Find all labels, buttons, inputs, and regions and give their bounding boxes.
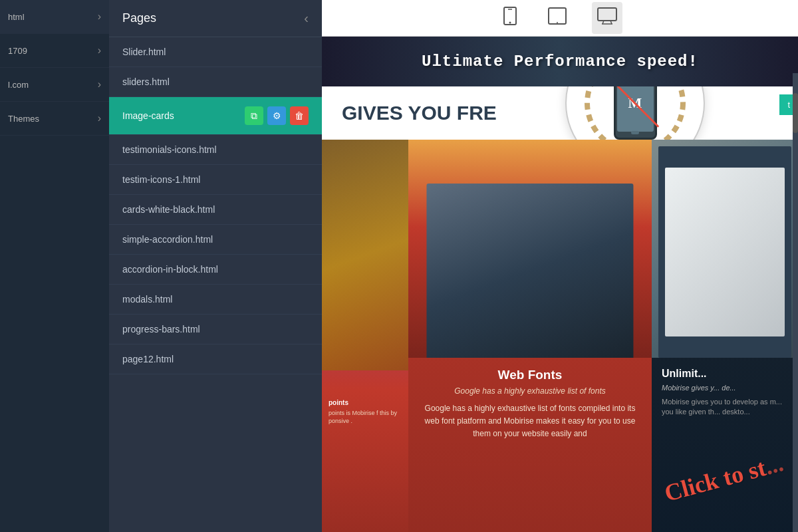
phone-circle: M xyxy=(565,86,705,140)
device-toolbar xyxy=(322,0,798,37)
unlimited-title: Unlimit... xyxy=(662,368,788,380)
page-item-label: progress-bars.html xyxy=(122,324,200,334)
desktop-device-button[interactable] xyxy=(592,2,622,34)
gives-title: GIVES YOU FRE xyxy=(342,102,497,124)
page-item-progress[interactable]: progress-bars.html xyxy=(109,315,322,344)
chevron-right-icon: › xyxy=(98,11,101,23)
pages-panel: Pages ‹ Slider.html sliders.html Image-c… xyxy=(109,0,322,532)
unlimited-body: Mobirise gives you to develop as m... yo… xyxy=(662,397,788,418)
sidebar: html › 1709 › l.com › Themes › xyxy=(0,0,109,532)
preview-container: Ultimate Performance speed! GIVES YOU FR… xyxy=(322,37,798,532)
settings-button[interactable]: ⚙ xyxy=(267,106,286,125)
svg-point-1 xyxy=(509,22,511,24)
web-fonts-body: Google has a highly exhaustive list of f… xyxy=(422,402,638,441)
copy-icon: ⧉ xyxy=(251,110,257,122)
trash-icon: 🗑 xyxy=(295,110,304,121)
page-item-label: sliders.html xyxy=(122,76,170,87)
web-fonts-subtitle: Google has a highly exhaustive list of f… xyxy=(422,386,638,396)
banner-title: Ultimate Performance speed! xyxy=(422,53,698,70)
page-item-simple-accordion[interactable]: simple-accordion.html xyxy=(109,225,322,255)
sidebar-item-html-label: html xyxy=(8,12,25,22)
sidebar-item-1709-label: 1709 xyxy=(8,46,27,56)
page-item-label: testimonials-icons.html xyxy=(122,144,217,155)
sidebar-item-themes[interactable]: Themes › xyxy=(0,102,109,136)
pages-header: Pages ‹ xyxy=(109,0,322,37)
sidebar-item-lcom[interactable]: l.com › xyxy=(0,68,109,102)
chevron-right-icon: › xyxy=(98,78,101,90)
close-icon[interactable]: ‹ xyxy=(304,11,309,26)
page-item-testimonials[interactable]: testimonials-icons.html xyxy=(109,135,322,165)
page-item-label: cards-white-black.html xyxy=(122,204,215,215)
page-item-label: Slider.html xyxy=(122,47,166,57)
web-fonts-card-content: Web Fonts Google has a highly exhaustive… xyxy=(408,358,652,451)
page-item-label: accordion-in-block.html xyxy=(122,264,218,275)
sidebar-themes-label: Themes xyxy=(8,114,39,124)
pages-list: Slider.html sliders.html Image-cards ⧉ ⚙… xyxy=(109,37,322,532)
sidebar-item-1709[interactable]: 1709 › xyxy=(0,34,109,68)
mobile-device-button[interactable] xyxy=(497,1,523,35)
pages-title: Pages xyxy=(122,11,156,25)
page-item-label: testim-icons-1.html xyxy=(122,174,200,185)
page-item-accordion-block[interactable]: accordion-in-block.html xyxy=(109,255,322,285)
page-item-page12[interactable]: page12.html xyxy=(109,344,322,374)
page-item-slider[interactable]: Slider.html xyxy=(109,37,322,67)
page-item-label: simple-accordion.html xyxy=(122,234,213,245)
unlimited-subtitle: Mobirise gives y... de... xyxy=(662,384,788,392)
sidebar-item-lcom-label: l.com xyxy=(8,80,29,90)
scrollbar-track[interactable] xyxy=(793,73,798,532)
page-item-image-cards[interactable]: Image-cards ⧉ ⚙ 🗑 xyxy=(109,97,322,135)
page-item-sliders[interactable]: sliders.html xyxy=(109,67,322,97)
web-fonts-title: Web Fonts xyxy=(422,368,638,382)
unlimited-card-content: Unlimit... Mobirise gives y... de... Mob… xyxy=(652,358,798,428)
main-preview-area: Ultimate Performance speed! GIVES YOU FR… xyxy=(322,0,798,532)
page-item-label: modals.html xyxy=(122,294,172,305)
gear-icon: ⚙ xyxy=(273,110,281,121)
bullet-points-body: points is Mobirise f this by ponsive . xyxy=(329,409,402,426)
page-item-modals[interactable]: modals.html xyxy=(109,285,322,315)
page-item-label: page12.html xyxy=(122,354,174,364)
delete-button[interactable]: 🗑 xyxy=(290,106,309,125)
chevron-right-icon: › xyxy=(98,45,101,57)
banner-section: Ultimate Performance speed! xyxy=(322,37,798,86)
svg-point-4 xyxy=(557,22,558,23)
tablet-device-button[interactable] xyxy=(543,2,572,34)
page-actions: ⧉ ⚙ 🗑 xyxy=(245,106,309,125)
copy-button[interactable]: ⧉ xyxy=(245,106,263,125)
page-item-cards-white[interactable]: cards-white-black.html xyxy=(109,195,322,225)
page-item-label: Image-cards xyxy=(122,110,174,121)
preview-content: Ultimate Performance speed! GIVES YOU FR… xyxy=(322,37,798,532)
chevron-right-icon: › xyxy=(98,112,101,124)
card-middle: Web Fonts Google has a highly exhaustive… xyxy=(408,140,652,532)
gives-section: GIVES YOU FRE M xyxy=(322,86,798,140)
sidebar-item-html[interactable]: html › xyxy=(0,0,109,34)
page-item-testim-icons[interactable]: testim-icons-1.html xyxy=(109,165,322,195)
card-left: points points is Mobirise f this by pons… xyxy=(322,140,408,532)
bullet-points-label: points xyxy=(329,399,402,406)
svg-rect-3 xyxy=(549,8,566,24)
cards-area: points points is Mobirise f this by pons… xyxy=(322,140,798,532)
scrollbar-thumb[interactable] xyxy=(793,93,798,133)
svg-rect-5 xyxy=(598,8,616,21)
